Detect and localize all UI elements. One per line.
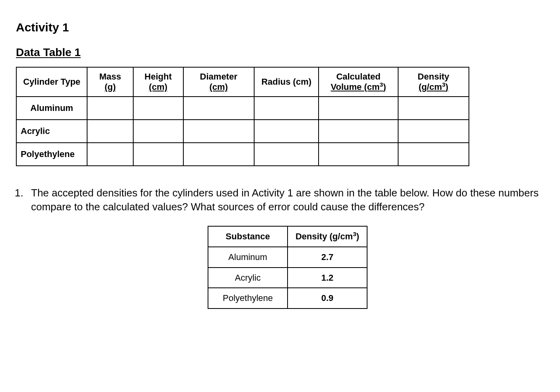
table-row: Aluminum: [16, 97, 469, 120]
table-row: Acrylic: [16, 120, 469, 143]
cell-density-value: 1.2: [288, 268, 367, 288]
cell-density-value: 2.7: [288, 247, 367, 268]
table-row: Acrylic 1.2: [208, 268, 367, 288]
col-header-mass-label: Mass: [99, 72, 121, 82]
cell-density-value: 0.9: [288, 288, 367, 309]
question-item: The accepted densities for the cylinders…: [26, 186, 544, 309]
col-header-diameter-label: Diameter: [200, 72, 237, 82]
table-row: Polyethylene: [16, 143, 469, 166]
col-header-density-label: Density: [418, 72, 449, 82]
cell-height: [133, 120, 183, 143]
data-table-header: Cylinder Type Mass (g) Height (cm) Diame…: [16, 67, 469, 97]
col-header-volume-unit: Volume (cm3): [331, 82, 386, 92]
col-header-substance: Substance: [208, 226, 288, 247]
col-header-density-unit: (g/cm3): [419, 82, 449, 92]
accepted-density-table: Substance Density (g/cm3) Aluminum 2.7 A…: [208, 226, 368, 309]
table-caption: Data Table 1: [16, 46, 544, 59]
cell-height: [133, 97, 183, 120]
cell-volume: [319, 120, 398, 143]
cell-volume: [319, 143, 398, 166]
col-header-diameter: Diameter (cm): [183, 67, 254, 97]
col-header-height-unit: (cm): [149, 82, 167, 92]
cell-radius: [254, 97, 319, 120]
col-header-mass-unit: (g): [105, 82, 116, 92]
cell-type: Aluminum: [16, 97, 87, 120]
table-row: Aluminum 2.7: [208, 247, 367, 268]
cell-volume: [319, 97, 398, 120]
cell-mass: [87, 120, 133, 143]
col-header-radius: Radius (cm): [254, 67, 319, 97]
col-header-height-label: Height: [144, 72, 171, 82]
activity-heading: Activity 1: [16, 21, 544, 34]
col-header-mass: Mass (g): [87, 67, 133, 97]
table-row: Polyethylene 0.9: [208, 288, 367, 309]
cell-diameter: [183, 120, 254, 143]
cell-mass: [87, 143, 133, 166]
col-header-density: Density (g/cm3): [398, 67, 469, 97]
question-list: The accepted densities for the cylinders…: [16, 186, 544, 309]
col-header-type: Cylinder Type: [16, 67, 87, 97]
cell-substance: Polyethylene: [208, 288, 288, 309]
cell-density: [398, 120, 469, 143]
cell-density: [398, 143, 469, 166]
col-header-height: Height (cm): [133, 67, 183, 97]
cell-diameter: [183, 143, 254, 166]
col-header-diameter-unit: (cm): [209, 82, 228, 92]
col-header-volume-label: Calculated: [336, 72, 380, 82]
cell-mass: [87, 97, 133, 120]
data-table-1: Cylinder Type Mass (g) Height (cm) Diame…: [16, 67, 469, 166]
cell-substance: Aluminum: [208, 247, 288, 268]
cell-diameter: [183, 97, 254, 120]
cell-type: Acrylic: [16, 120, 87, 143]
cell-height: [133, 143, 183, 166]
question-text: The accepted densities for the cylinders…: [31, 187, 539, 213]
cell-radius: [254, 143, 319, 166]
col-header-volume: Calculated Volume (cm3): [319, 67, 398, 97]
col-header-density: Density (g/cm3): [288, 226, 367, 247]
cell-type: Polyethylene: [16, 143, 87, 166]
cell-substance: Acrylic: [208, 268, 288, 288]
cell-density: [398, 97, 469, 120]
cell-radius: [254, 120, 319, 143]
